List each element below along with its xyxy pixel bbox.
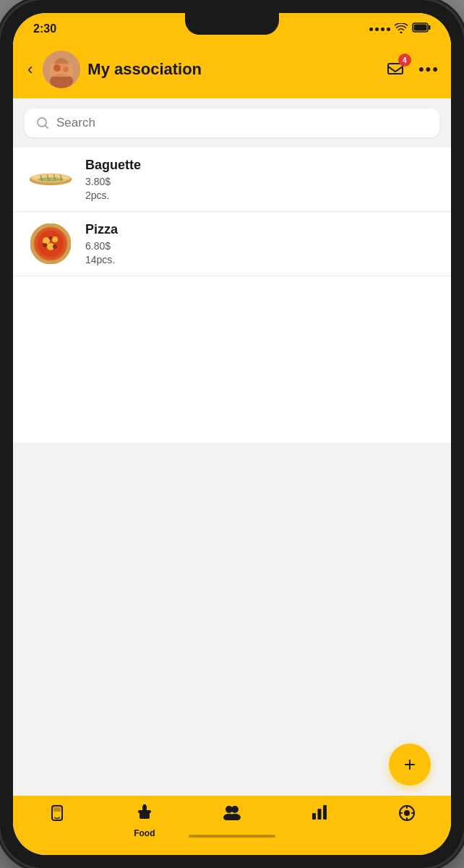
- svg-rect-6: [50, 64, 73, 77]
- svg-rect-34: [143, 804, 146, 807]
- svg-rect-41: [323, 805, 327, 820]
- back-button[interactable]: ‹: [25, 57, 35, 82]
- header-actions: 4 •••: [382, 56, 439, 82]
- phone-screen: 2:30: [13, 13, 451, 855]
- item-info-baguette: Baguette 3.80$ 2pcs.: [85, 158, 437, 201]
- nav-item-settings[interactable]: [364, 801, 451, 829]
- svg-rect-2: [429, 25, 431, 30]
- dot1: [369, 27, 373, 31]
- header-title: My association: [87, 60, 375, 79]
- search-input[interactable]: [56, 116, 428, 130]
- svg-point-27: [49, 237, 53, 240]
- status-icons: [369, 22, 431, 35]
- settings-icon: [398, 804, 416, 826]
- phone-frame: 2:30: [0, 0, 464, 868]
- item-info-pizza: Pizza 6.80$ 14pcs.: [85, 222, 437, 265]
- svg-point-43: [404, 810, 410, 816]
- item-name: Baguette: [85, 158, 437, 173]
- notch: [185, 13, 279, 35]
- svg-rect-32: [138, 810, 151, 813]
- bottom-nav: Food: [13, 796, 451, 855]
- fab-container: +: [13, 738, 451, 796]
- items-list: Baguette 3.80$ 2pcs.: [13, 148, 451, 443]
- svg-point-23: [52, 237, 58, 242]
- nav-item-drinks[interactable]: [13, 801, 100, 830]
- food-label: Food: [134, 828, 155, 838]
- drinks-icon: [49, 804, 65, 827]
- item-image-pizza: [27, 227, 74, 260]
- home-indicator: [189, 835, 275, 838]
- item-qty: 2pcs.: [85, 190, 437, 201]
- item-price: 6.80$: [85, 239, 437, 254]
- signal-dots: [369, 27, 390, 31]
- svg-point-10: [38, 118, 46, 127]
- wifi-icon: [395, 23, 408, 35]
- nav-item-stats[interactable]: [276, 801, 364, 827]
- svg-point-18: [38, 177, 64, 181]
- dot4: [387, 27, 390, 31]
- list-item[interactable]: Pizza 6.80$ 14pcs.: [13, 212, 451, 276]
- search-icon: [36, 116, 49, 129]
- content: Baguette 3.80$ 2pcs.: [13, 98, 451, 796]
- search-bar[interactable]: [25, 109, 439, 137]
- item-price: 3.80$: [85, 174, 437, 190]
- people-icon: [222, 804, 242, 825]
- nav-item-people[interactable]: [188, 801, 275, 827]
- svg-rect-30: [53, 807, 61, 812]
- more-button[interactable]: •••: [418, 60, 439, 79]
- svg-point-8: [63, 67, 69, 72]
- svg-point-7: [53, 64, 61, 72]
- dot3: [381, 27, 384, 31]
- svg-rect-39: [312, 813, 316, 820]
- svg-rect-40: [318, 809, 322, 820]
- svg-point-25: [43, 243, 47, 247]
- list-item[interactable]: Baguette 3.80$ 2pcs.: [13, 148, 451, 212]
- stats-icon: [311, 804, 328, 825]
- dot2: [375, 27, 379, 31]
- item-qty: 14pcs.: [85, 254, 437, 265]
- item-name: Pizza: [85, 222, 437, 237]
- add-button[interactable]: +: [389, 744, 431, 786]
- status-bar: 2:30: [13, 13, 451, 45]
- status-time: 2:30: [33, 22, 56, 35]
- empty-space: [13, 443, 451, 738]
- notification-button[interactable]: 4: [382, 56, 408, 82]
- nav-item-food[interactable]: Food: [100, 801, 188, 841]
- svg-point-36: [231, 806, 239, 813]
- svg-point-26: [53, 244, 57, 249]
- svg-rect-1: [414, 25, 427, 31]
- battery-icon: [412, 22, 431, 35]
- avatar: [43, 51, 80, 88]
- food-icon: [135, 804, 154, 826]
- search-wrapper: [13, 98, 451, 148]
- header: ‹ My association: [13, 45, 451, 98]
- item-image-baguette: [27, 163, 74, 196]
- notification-badge: 4: [398, 54, 411, 67]
